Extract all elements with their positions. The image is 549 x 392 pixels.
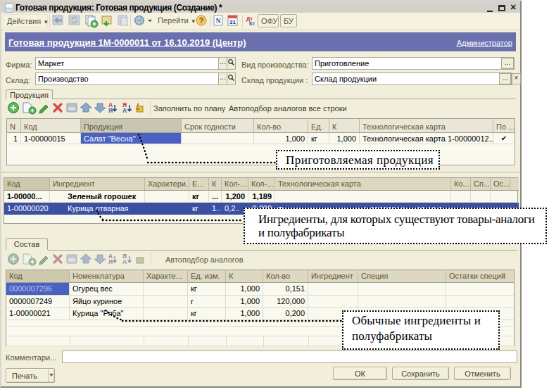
svg-text:А: А <box>122 107 127 114</box>
svg-text:31: 31 <box>229 19 236 25</box>
svg-text:Я: Я <box>108 258 113 265</box>
svg-text:Кт: Кт <box>249 20 255 27</box>
svg-text:?: ? <box>199 16 204 25</box>
svg-text:Я: Я <box>108 107 113 114</box>
svg-text:N: N <box>215 17 221 25</box>
svg-text:А: А <box>122 258 127 265</box>
